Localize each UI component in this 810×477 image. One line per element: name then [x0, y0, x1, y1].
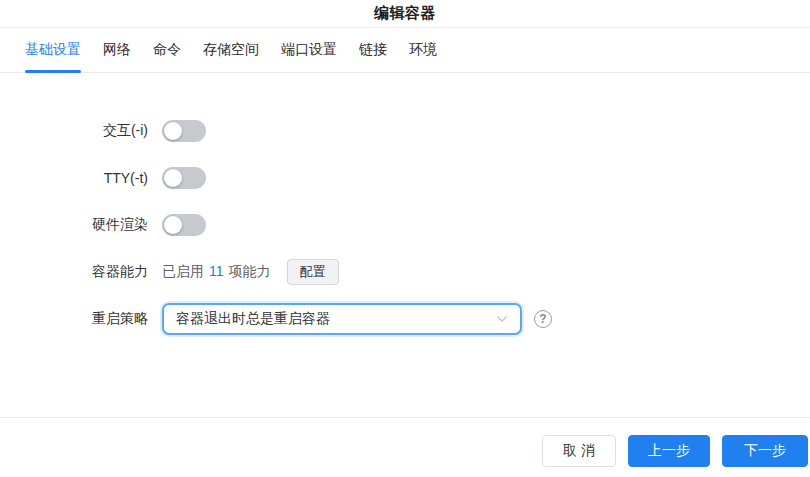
- next-step-button[interactable]: 下一步: [722, 435, 808, 467]
- capabilities-count: 11: [209, 263, 224, 279]
- tab-port-settings[interactable]: 端口设置: [281, 28, 337, 72]
- chevron-down-icon: [496, 313, 508, 325]
- capabilities-row: 容器能力 已启用11项能力 配置: [0, 248, 810, 295]
- tab-network[interactable]: 网络: [103, 28, 131, 72]
- hardware-render-label: 硬件渲染: [0, 216, 148, 234]
- toggle-knob: [164, 169, 182, 187]
- tab-basic-settings[interactable]: 基础设置: [25, 28, 81, 72]
- hardware-render-row: 硬件渲染: [0, 201, 810, 248]
- toggle-knob: [164, 216, 182, 234]
- edit-container-dialog: 编辑容器 基础设置 网络 命令 存储空间 端口设置 链接 环境 交互(-i) T…: [0, 0, 810, 477]
- tty-row: TTY(-t): [0, 154, 810, 201]
- capabilities-label: 容器能力: [0, 263, 148, 281]
- question-circle-icon[interactable]: ?: [534, 310, 552, 328]
- tab-bar: 基础设置 网络 命令 存储空间 端口设置 链接 环境: [0, 28, 810, 73]
- tty-toggle[interactable]: [162, 167, 206, 189]
- cancel-button[interactable]: 取 消: [542, 435, 616, 467]
- previous-step-button[interactable]: 上一步: [628, 435, 710, 467]
- tab-storage[interactable]: 存储空间: [203, 28, 259, 72]
- dialog-footer: 取 消 上一步 下一步: [0, 417, 810, 477]
- toggle-knob: [164, 122, 182, 140]
- capabilities-status: 已启用11项能力: [162, 263, 271, 281]
- restart-policy-row: 重启策略 容器退出时总是重启容器 ?: [0, 295, 810, 342]
- dialog-title: 编辑容器: [374, 4, 436, 23]
- tab-command[interactable]: 命令: [153, 28, 181, 72]
- interactive-label: 交互(-i): [0, 122, 148, 140]
- interactive-toggle[interactable]: [162, 120, 206, 142]
- restart-policy-label: 重启策略: [0, 310, 148, 328]
- dialog-header: 编辑容器: [0, 0, 810, 28]
- interactive-row: 交互(-i): [0, 107, 810, 154]
- restart-policy-selected-value: 容器退出时总是重启容器: [176, 310, 330, 328]
- tty-label: TTY(-t): [0, 170, 148, 186]
- basic-settings-form: 交互(-i) TTY(-t) 硬件渲染: [0, 73, 810, 342]
- capabilities-status-suffix: 项能力: [229, 263, 271, 279]
- capabilities-status-prefix: 已启用: [162, 263, 204, 279]
- configure-capabilities-button[interactable]: 配置: [287, 259, 339, 285]
- hardware-render-toggle[interactable]: [162, 214, 206, 236]
- tab-links[interactable]: 链接: [359, 28, 387, 72]
- tab-environment[interactable]: 环境: [409, 28, 437, 72]
- restart-policy-select[interactable]: 容器退出时总是重启容器: [162, 303, 522, 335]
